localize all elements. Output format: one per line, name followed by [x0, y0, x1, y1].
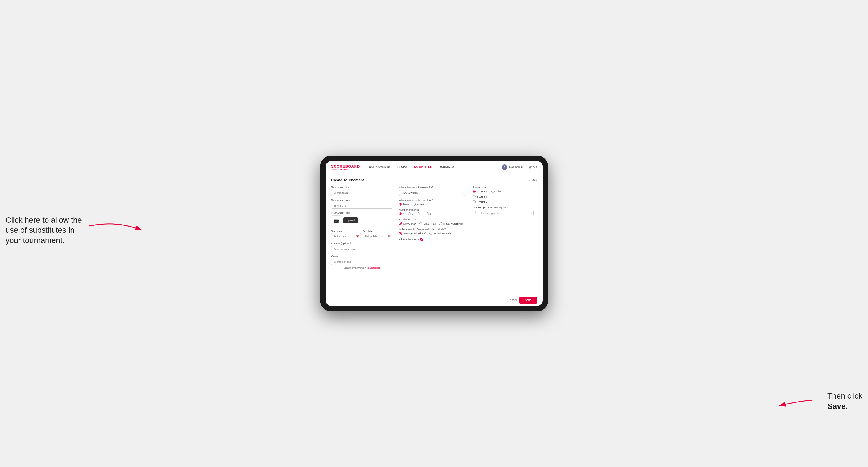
event-teams[interactable]: Teams (+Individuals): [399, 232, 426, 235]
tournament-logo-label: Tournament logo: [331, 212, 393, 214]
format-row-3: 6 count 5: [472, 200, 534, 204]
gender-womens-radio[interactable]: [413, 203, 416, 206]
format-6count5-label: 6 count 5: [477, 201, 487, 204]
host-select-wrap: ▾: [331, 190, 393, 196]
allow-substitutes-item[interactable]: Allow substitutes?: [399, 238, 466, 241]
venue-label: Venue: [331, 255, 393, 258]
tournament-name-input[interactable]: [331, 203, 393, 209]
rounds-3-label: 3: [421, 213, 423, 215]
back-button[interactable]: ‹ Back: [529, 178, 537, 182]
division-select-wrap: NCAA Division I NCAA Division II NCAA Di…: [399, 190, 466, 196]
rounds-3[interactable]: 3: [417, 212, 423, 215]
format-other-radio[interactable]: [492, 190, 495, 193]
dates-group: Start date 📅 End date 📅: [331, 228, 393, 239]
gender-womens-label: Womens: [417, 203, 427, 206]
scoring-match-label: Match Play: [424, 222, 436, 225]
end-date-group: End date 📅: [363, 228, 393, 239]
format-5count4[interactable]: 5 count 4: [472, 190, 487, 193]
scoring-stroke-label: Stroke Play: [403, 222, 416, 225]
gender-label: Which gender is the event for?: [399, 199, 466, 201]
scoring-medal-match[interactable]: Medal Match Play: [439, 222, 463, 225]
event-type-label: Is this event for Teams and/or Individua…: [399, 228, 466, 231]
nav-committee[interactable]: COMMITTEE: [413, 161, 433, 174]
tournament-name-label: Tournament name: [331, 199, 393, 201]
format-row-1: 5 count 4 Other: [472, 190, 534, 193]
format-5count4-radio[interactable]: [472, 190, 475, 193]
scoring-match-radio[interactable]: [420, 222, 423, 225]
format-6count4-radio[interactable]: [472, 195, 475, 198]
avatar: B: [502, 164, 507, 170]
format-6count5[interactable]: 6 count 5: [472, 200, 487, 204]
scoring-stroke-radio[interactable]: [399, 222, 402, 225]
cancel-button[interactable]: Cancel: [508, 299, 517, 302]
rounds-1[interactable]: 1: [399, 212, 405, 215]
scoring-service-select[interactable]: Select a scoring service: [472, 210, 534, 216]
format-other-label: Other: [496, 190, 502, 193]
calendar-icon: 📅: [356, 235, 359, 238]
format-other[interactable]: Other: [492, 190, 502, 193]
gender-radio-row: Mens Womens: [399, 203, 466, 206]
tournament-logo-group: Tournament logo 📷 Upload: [331, 212, 393, 225]
email-support-link[interactable]: email support: [367, 267, 380, 269]
sponsor-input[interactable]: [331, 246, 393, 252]
nav-rankings[interactable]: RANKINGS: [438, 161, 455, 174]
logo-upload-area: 📷 Upload: [331, 215, 393, 225]
tournament-host-label: Tournament Host: [331, 186, 393, 189]
event-individuals[interactable]: Individuals Only: [429, 232, 452, 235]
gender-womens[interactable]: Womens: [413, 203, 427, 206]
event-individuals-radio[interactable]: [429, 232, 432, 235]
upload-button[interactable]: Upload: [343, 217, 358, 223]
third-party-group: Use third-party live scoring API? Select…: [472, 206, 534, 216]
allow-substitutes-checkbox[interactable]: [420, 238, 423, 241]
search-team-input[interactable]: [331, 190, 393, 196]
rounds-3-radio[interactable]: [417, 212, 420, 215]
scoring-medal-match-radio[interactable]: [439, 222, 442, 225]
rounds-2-label: 2: [412, 213, 413, 215]
form-col-3: Format type 5 count 4 Other: [472, 186, 534, 269]
event-type-group: Is this event for Teams and/or Individua…: [399, 228, 466, 235]
rounds-1-radio[interactable]: [399, 212, 402, 215]
scoring-medal-match-label: Medal Match Play: [443, 222, 463, 225]
tablet-screen: SCOREBOARD Powered by clippd TOURNAMENTS…: [326, 161, 543, 306]
division-select[interactable]: NCAA Division I NCAA Division II NCAA Di…: [399, 190, 466, 196]
venue-input[interactable]: [331, 259, 393, 265]
format-row-2: 6 count 4: [472, 195, 534, 198]
calendar-icon-2: 📅: [388, 235, 391, 238]
sign-out-link[interactable]: Sign out: [527, 165, 537, 169]
scoring-system-label: Scoring system: [399, 218, 466, 221]
logo-sub: Powered by clippd: [331, 168, 360, 170]
tablet-shell: SCOREBOARD Powered by clippd TOURNAMENTS…: [320, 156, 548, 311]
date-row: Start date 📅 End date 📅: [331, 228, 393, 239]
format-5count4-label: 5 count 4: [477, 190, 487, 193]
rounds-4-radio[interactable]: [426, 212, 429, 215]
navigation: SCOREBOARD Powered by clippd TOURNAMENTS…: [326, 161, 543, 174]
division-group: Which division is the event for? NCAA Di…: [399, 186, 466, 196]
format-6count4-label: 6 count 4: [477, 195, 487, 198]
page-content: Create Tournament ‹ Back Tournament Host…: [326, 174, 543, 294]
rounds-2[interactable]: 2: [408, 212, 413, 215]
rounds-label: Number of rounds: [399, 209, 466, 211]
gender-mens[interactable]: Mens: [399, 203, 409, 206]
end-date-label: End date: [363, 230, 373, 233]
rounds-radio-row: 1 2 3 4: [399, 212, 466, 215]
scoring-match[interactable]: Match Play: [420, 222, 436, 225]
form-col-1: Tournament Host ▾ Tournament name Tourna…: [331, 186, 393, 269]
format-6count5-radio[interactable]: [472, 200, 475, 204]
format-type-group: Format type 5 count 4 Other: [472, 186, 534, 204]
form-grid: Tournament Host ▾ Tournament name Tourna…: [331, 186, 537, 269]
page-footer: Cancel Save: [326, 294, 543, 306]
event-teams-radio[interactable]: [399, 232, 402, 235]
start-date-wrap: 📅: [331, 233, 361, 239]
rounds-2-radio[interactable]: [408, 212, 411, 215]
logo: SCOREBOARD Powered by clippd: [331, 164, 360, 170]
annotation-left: Click here to allow the use of substitut…: [6, 215, 84, 246]
nav-tournaments[interactable]: TOURNAMENTS: [367, 161, 391, 174]
nav-teams[interactable]: TEAMS: [397, 161, 408, 174]
format-6count4[interactable]: 6 count 4: [472, 195, 487, 198]
venue-select-wrap: ▾: [331, 259, 393, 265]
scoring-stroke[interactable]: Stroke Play: [399, 222, 416, 225]
save-button[interactable]: Save: [519, 297, 537, 304]
rounds-4[interactable]: 4: [426, 212, 431, 215]
gender-mens-radio[interactable]: [399, 203, 402, 206]
nav-user: B blair admin | Sign out: [502, 164, 537, 170]
